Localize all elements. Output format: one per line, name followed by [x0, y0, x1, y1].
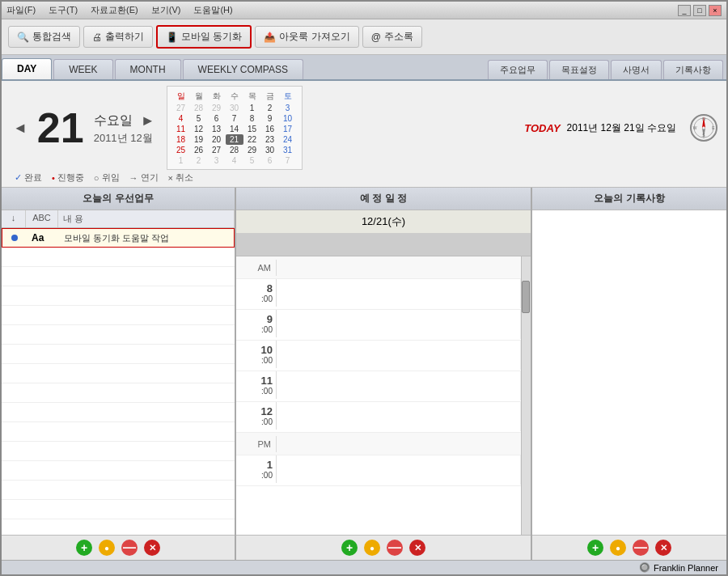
time-slot-10[interactable]: 10 :00 — [236, 341, 521, 371]
notes-content[interactable] — [532, 210, 726, 535]
cal-day[interactable]: 29 — [208, 103, 226, 113]
next-day-button[interactable]: ► — [138, 111, 159, 131]
time-slot-8[interactable]: 8 :00 — [236, 279, 521, 310]
cal-day[interactable]: 24 — [279, 134, 297, 145]
task-row-empty[interactable] — [2, 345, 235, 364]
cal-day[interactable]: 2 — [190, 155, 208, 166]
cal-day[interactable]: 8 — [243, 113, 261, 124]
tab-records[interactable]: 기록사항 — [663, 60, 723, 79]
filter-inprogress[interactable]: • 진행중 — [52, 172, 84, 184]
filter-postpone[interactable]: → 연기 — [129, 172, 159, 184]
cal-day[interactable]: 2 — [261, 103, 279, 113]
cal-day[interactable]: 25 — [172, 145, 190, 155]
cal-day[interactable]: 4 — [172, 113, 190, 124]
minimize-button[interactable]: _ — [678, 5, 691, 16]
task-row-empty[interactable] — [2, 325, 235, 345]
remove-task-button[interactable]: — — [121, 540, 138, 556]
cal-day[interactable]: 27 — [172, 103, 190, 113]
cal-day[interactable]: 27 — [208, 145, 226, 155]
tab-signature[interactable]: 사명서 — [611, 60, 662, 79]
maximize-button[interactable]: □ — [693, 5, 706, 16]
delete-schedule-button[interactable]: ✕ — [409, 540, 425, 556]
cal-day[interactable]: 23 — [261, 134, 279, 145]
cal-day[interactable]: 12 — [190, 124, 208, 134]
task-row-empty[interactable] — [2, 519, 235, 535]
tab-week[interactable]: WEEK — [53, 59, 112, 79]
cal-day[interactable]: 4 — [226, 155, 243, 166]
task-row-empty[interactable] — [2, 383, 235, 403]
menu-tools[interactable]: 도구(T) — [49, 4, 78, 16]
cal-day[interactable]: 6 — [261, 155, 279, 166]
filter-complete[interactable]: ✓ 완료 — [15, 172, 42, 184]
task-row[interactable]: Aa 모바일 동기화 도움말 작업 — [2, 228, 235, 248]
close-button[interactable]: × — [709, 5, 722, 16]
add-schedule-button[interactable]: + — [341, 540, 358, 556]
cal-day[interactable]: 31 — [279, 145, 297, 155]
schedule-content-10[interactable] — [277, 341, 521, 370]
task-row-empty[interactable] — [2, 248, 235, 267]
menu-file[interactable]: 파일(F) — [6, 4, 36, 16]
cal-day[interactable]: 13 — [208, 124, 226, 134]
outlook-button[interactable]: 📤 아웃룩 가져오기 — [255, 26, 358, 48]
edit-schedule-button[interactable]: ● — [364, 540, 380, 556]
cal-day[interactable]: 26 — [190, 145, 208, 155]
cal-day[interactable]: 19 — [190, 134, 208, 145]
task-row-empty[interactable] — [2, 306, 235, 325]
task-row-empty[interactable] — [2, 403, 235, 422]
cal-day[interactable]: 29 — [243, 145, 261, 155]
cal-day[interactable]: 20 — [208, 134, 226, 145]
task-row-empty[interactable] — [2, 286, 235, 306]
cal-day[interactable]: 7 — [226, 113, 243, 124]
task-row-empty[interactable] — [2, 267, 235, 286]
cal-day[interactable]: 10 — [279, 113, 297, 124]
schedule-scrollbar[interactable] — [521, 256, 531, 535]
schedule-scrollbar-thumb[interactable] — [522, 281, 530, 313]
cal-day[interactable]: 5 — [243, 155, 261, 166]
cal-day-today[interactable]: 21 — [226, 134, 243, 145]
time-slot-9[interactable]: 9 :00 — [236, 310, 521, 341]
filter-delegate[interactable]: ○ 위임 — [94, 172, 120, 184]
schedule-content-11[interactable] — [277, 371, 521, 400]
cal-day[interactable]: 14 — [226, 124, 243, 134]
tab-month[interactable]: MONTH — [115, 59, 181, 79]
edit-task-button[interactable]: ● — [99, 540, 115, 556]
prev-day-button[interactable]: ◄ — [10, 118, 31, 138]
mini-calendar[interactable]: 일 월 화 수 목 금 토 27 28 29 — [167, 86, 303, 170]
tab-goals[interactable]: 목표설정 — [549, 60, 609, 79]
cal-day[interactable]: 6 — [208, 113, 226, 124]
cal-day[interactable]: 30 — [261, 145, 279, 155]
cal-day[interactable]: 3 — [279, 103, 297, 113]
task-row-empty[interactable] — [2, 422, 235, 442]
contacts-button[interactable]: @ 주소록 — [362, 26, 422, 48]
tab-day[interactable]: DAY — [2, 58, 52, 79]
cal-day[interactable]: 7 — [279, 155, 297, 166]
delete-task-button[interactable]: ✕ — [144, 540, 160, 556]
cal-day[interactable]: 3 — [208, 155, 226, 166]
cal-day[interactable]: 5 — [190, 113, 208, 124]
cal-day[interactable]: 17 — [279, 124, 297, 134]
delete-note-button[interactable]: ✕ — [655, 540, 671, 556]
task-row-empty[interactable] — [2, 442, 235, 461]
task-row-empty[interactable] — [2, 500, 235, 519]
task-row-empty[interactable] — [2, 461, 235, 481]
cal-day[interactable]: 22 — [243, 134, 261, 145]
add-note-button[interactable]: + — [587, 540, 603, 556]
menu-view[interactable]: 보기(V) — [151, 4, 181, 16]
search-button[interactable]: 🔍 통합검색 — [8, 26, 80, 48]
schedule-content-9[interactable] — [277, 310, 521, 339]
cal-day[interactable]: 28 — [226, 145, 243, 155]
tab-weekly-compass[interactable]: WEEKLY COMPASS — [183, 59, 303, 79]
time-slot-12[interactable]: 12 :00 — [236, 402, 521, 433]
cal-day[interactable]: 16 — [261, 124, 279, 134]
cal-day[interactable]: 30 — [226, 103, 243, 113]
menu-help[interactable]: 도움말(H) — [193, 4, 232, 16]
cal-day[interactable]: 15 — [243, 124, 261, 134]
tab-main-tasks[interactable]: 주요업무 — [488, 60, 548, 79]
add-task-button[interactable]: + — [76, 540, 92, 556]
time-slot-1pm[interactable]: 1 :00 — [236, 455, 521, 486]
mobile-sync-button[interactable]: 📱 모바일 동기화 — [156, 25, 252, 49]
schedule-content-12[interactable] — [277, 402, 521, 431]
menu-data[interactable]: 자료교환(E) — [91, 4, 138, 16]
edit-note-button[interactable]: ● — [610, 540, 626, 556]
cal-day[interactable]: 18 — [172, 134, 190, 145]
